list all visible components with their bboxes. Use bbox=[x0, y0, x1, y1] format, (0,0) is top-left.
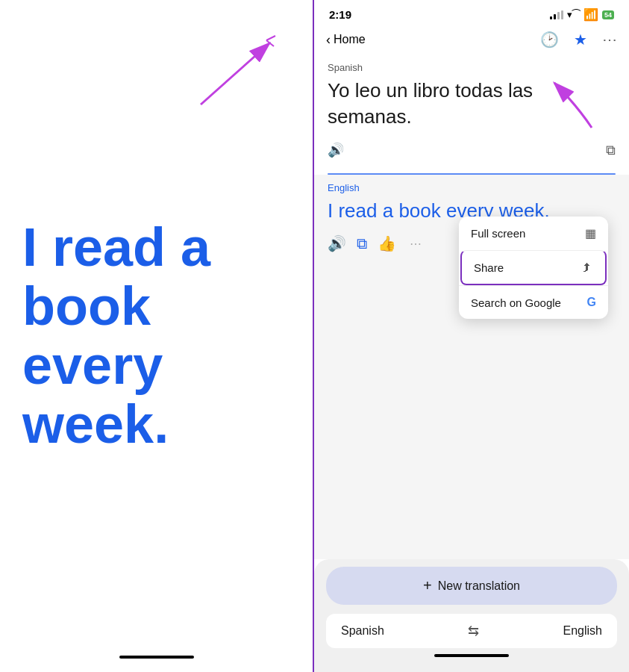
main-translated-text: I read a book every week. bbox=[0, 203, 313, 470]
arrow-annotation bbox=[186, 30, 290, 122]
home-indicator bbox=[119, 656, 194, 659]
status-icons: ▾⁀ 📶 54 bbox=[550, 7, 614, 22]
share-icon: ⮭ bbox=[581, 261, 593, 274]
left-panel: I read a book every week. bbox=[0, 0, 314, 672]
source-text: Yo leo un libro todas las semanas. bbox=[328, 78, 616, 130]
status-time: 2:19 bbox=[329, 8, 351, 21]
google-icon: G bbox=[587, 296, 596, 309]
back-button[interactable]: ‹ Home bbox=[326, 32, 366, 48]
back-label: Home bbox=[334, 33, 366, 46]
nav-actions: 🕑 ★ ⋯ bbox=[540, 31, 617, 49]
context-menu-fullscreen[interactable]: Full screen ▦ bbox=[459, 217, 608, 250]
context-menu-search-google[interactable]: Search on Google G bbox=[459, 285, 608, 319]
home-indicator-right bbox=[434, 654, 509, 657]
nav-bar: ‹ Home 🕑 ★ ⋯ bbox=[314, 26, 629, 56]
search-google-label: Search on Google bbox=[471, 296, 561, 309]
star-icon[interactable]: ★ bbox=[574, 31, 587, 49]
status-bar: 2:19 ▾⁀ 📶 54 bbox=[314, 0, 629, 26]
svg-line-2 bbox=[266, 36, 275, 40]
result-container: English I read a book every week. 🔊 ⧉ 👍 … bbox=[314, 175, 629, 261]
lang-switcher: Spanish ⇆ English bbox=[326, 614, 617, 648]
speaker-icon[interactable]: 🔊 bbox=[328, 142, 344, 158]
source-lang-option[interactable]: Spanish bbox=[341, 624, 384, 638]
signal-icon bbox=[550, 10, 563, 19]
target-lang-option[interactable]: English bbox=[563, 624, 602, 638]
result-actions: 🔊 ⧉ 👍 ⋯ Full screen ▦ Share ⮭ bbox=[328, 231, 616, 255]
result-thumbs-up-icon[interactable]: 👍 bbox=[378, 234, 396, 252]
fullscreen-icon: ▦ bbox=[585, 226, 596, 240]
copy-icon[interactable]: ⧉ bbox=[606, 143, 616, 158]
context-menu-share[interactable]: Share ⮭ bbox=[460, 250, 607, 285]
share-label: Share bbox=[474, 261, 504, 274]
result-speaker-icon[interactable]: 🔊 bbox=[328, 234, 346, 252]
svg-line-1 bbox=[201, 43, 269, 105]
source-lang-label: Spanish bbox=[328, 62, 616, 73]
result-copy-icon[interactable]: ⧉ bbox=[357, 235, 367, 252]
result-section: English I read a book every week. 🔊 ⧉ 👍 … bbox=[314, 175, 629, 261]
fullscreen-label: Full screen bbox=[471, 227, 525, 240]
new-translation-button[interactable]: + New translation bbox=[326, 567, 617, 605]
wifi-symbol: 📶 bbox=[583, 7, 598, 22]
right-panel: 2:19 ▾⁀ 📶 54 ‹ Home 🕑 ★ ⋯ Spanish Yo leo… bbox=[314, 0, 629, 672]
source-actions: 🔊 ⧉ bbox=[328, 139, 616, 161]
new-translation-label: New translation bbox=[438, 579, 520, 593]
back-chevron-icon: ‹ bbox=[326, 32, 331, 48]
swap-icon[interactable]: ⇆ bbox=[468, 623, 479, 639]
result-lang-label: English bbox=[328, 182, 616, 193]
source-section: Spanish Yo leo un libro todas las semana… bbox=[314, 56, 629, 170]
plus-icon: + bbox=[423, 577, 432, 594]
more-icon[interactable]: ⋯ bbox=[602, 31, 617, 49]
battery-icon: 54 bbox=[602, 10, 614, 19]
history-icon[interactable]: 🕑 bbox=[540, 31, 559, 49]
bottom-section: + New translation Spanish ⇆ English bbox=[314, 559, 629, 672]
wifi-icon: ▾⁀ bbox=[567, 9, 580, 20]
context-menu: Full screen ▦ Share ⮭ Search on Google G bbox=[459, 217, 608, 319]
result-more-icon[interactable]: ⋯ bbox=[410, 237, 422, 251]
translation-content: Spanish Yo leo un libro todas las semana… bbox=[314, 56, 629, 559]
